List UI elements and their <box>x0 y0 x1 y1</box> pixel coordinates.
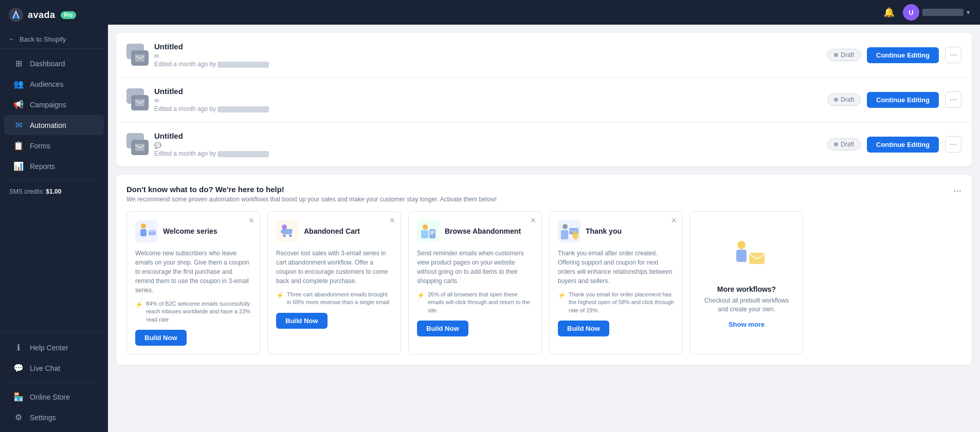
build-now-button-browse[interactable]: Build Now <box>417 321 468 336</box>
workflow-card-browse-abandonment: ✕ Browse Abandonmen <box>408 211 542 354</box>
sidebar-item-reports[interactable]: 📊 Reports <box>4 156 104 176</box>
draft-actions-3: Draft Continue Editing ··· <box>827 136 961 153</box>
svg-point-16 <box>572 231 578 239</box>
build-now-button-welcome[interactable]: Build Now <box>135 330 187 346</box>
sidebar-item-label-online-store: Online Store <box>30 393 70 401</box>
workflows-more-options-button[interactable]: ··· <box>953 185 961 195</box>
bar-chart-icon: 📊 <box>13 161 24 171</box>
abandoned-cart-stat: ⚡ Three cart abandonment emails brought … <box>276 291 392 307</box>
gear-icon: ⚙ <box>13 412 24 422</box>
svg-rect-18 <box>736 250 747 262</box>
abandoned-cart-icon <box>276 220 299 242</box>
sidebar-item-forms[interactable]: 📋 Forms <box>4 136 104 156</box>
svg-rect-19 <box>749 253 765 264</box>
thank-you-stat: ⚡ Thank you email for order placement ha… <box>558 291 674 314</box>
continue-editing-button-3[interactable]: Continue Editing <box>867 137 939 153</box>
abandoned-cart-title: Abandoned Cart <box>304 227 360 235</box>
thank-you-desc: Thank you email after order created. Off… <box>558 249 674 286</box>
draft-info-3: Untitled 💬 Edited a month ago by <box>154 132 820 157</box>
svg-rect-12 <box>429 229 435 238</box>
stat-bolt-icon-1: ⚡ <box>135 300 143 309</box>
workflows-section: Don't know what to do? We're here to hel… <box>116 175 972 365</box>
sidebar-item-label-forms: Forms <box>30 142 50 150</box>
workflow-card-header-welcome: Welcome series <box>135 220 251 242</box>
sidebar-item-automation[interactable]: ✉ Automation <box>4 115 104 135</box>
svg-rect-1 <box>135 54 144 62</box>
back-to-shopify-label: Back to Shopify <box>20 35 66 43</box>
workflow-card-header-cart: Abandoned Cart <box>276 220 392 242</box>
store-icon: 🏪 <box>13 392 24 402</box>
grid-icon: ⊞ <box>13 59 24 68</box>
draft-sub-3: 💬 <box>154 142 820 149</box>
status-label-1: Draft <box>841 51 854 59</box>
workflow-card-thank-you: ✕ Thank you Tha <box>549 211 683 354</box>
sidebar-item-live-chat[interactable]: 💬 Live Chat <box>4 358 104 378</box>
sidebar-item-help-center[interactable]: ℹ Help Center <box>4 337 104 358</box>
info-circle-icon: ℹ <box>13 343 24 352</box>
abandoned-cart-desc: Recover lost sales with 3-email series i… <box>276 249 392 286</box>
close-welcome-series-button[interactable]: ✕ <box>248 217 255 224</box>
back-arrow-icon: ← <box>8 35 15 43</box>
draft-sub-2: ✉ <box>154 98 820 104</box>
workflow-card-header-thankyou: Thank you <box>558 220 674 242</box>
draft-edited-1: Edited a month ago by <box>154 61 820 68</box>
continue-editing-button-1[interactable]: Continue Editing <box>867 47 939 63</box>
sidebar-item-audiences[interactable]: 👥 Audiences <box>4 74 104 94</box>
forms-icon: 📋 <box>13 141 24 151</box>
draft-item-3: Untitled 💬 Edited a month ago by Draft C… <box>116 122 972 166</box>
continue-editing-button-2[interactable]: Continue Editing <box>867 92 939 108</box>
svg-point-13 <box>562 224 568 229</box>
svg-point-4 <box>141 223 146 229</box>
build-now-button-cart[interactable]: Build Now <box>276 313 328 329</box>
sidebar-item-settings[interactable]: ⚙ Settings <box>4 407 104 427</box>
browse-abandonment-title: Browse Abandonment <box>445 227 521 235</box>
close-thank-you-button[interactable]: ✕ <box>671 217 677 224</box>
workflow-cards-container: ✕ Welcome series <box>126 211 961 354</box>
draft-icon-wrap-2 <box>126 89 147 110</box>
sidebar-item-label-dashboard: Dashboard <box>30 60 65 68</box>
browse-abandonment-icon <box>417 220 440 242</box>
sidebar-item-dashboard[interactable]: ⊞ Dashboard <box>4 53 104 73</box>
draft-more-button-1[interactable]: ··· <box>945 47 961 63</box>
build-now-button-thankyou[interactable]: Build Now <box>558 321 609 336</box>
back-to-shopify-link[interactable]: ← Back to Shopify <box>0 30 108 49</box>
workflows-title: Don't know what to do? We're here to hel… <box>126 185 497 194</box>
draft-item-2: Untitled ✉ Edited a month ago by Draft C… <box>116 78 972 122</box>
status-label-3: Draft <box>841 141 854 148</box>
svg-rect-5 <box>140 229 147 236</box>
automation-draft-icon-3 <box>135 144 144 151</box>
status-label-2: Draft <box>841 96 854 103</box>
svg-rect-14 <box>561 230 568 239</box>
sidebar-header: avada Pro <box>0 0 108 30</box>
topbar-right: 🔔 U ▾ <box>883 4 970 21</box>
sidebar-item-label-audiences: Audiences <box>30 80 63 88</box>
megaphone-icon: 📢 <box>13 100 24 109</box>
draft-edited-2: Edited a month ago by <box>154 105 820 112</box>
sidebar-item-online-store[interactable]: 🏪 Online Store <box>4 387 104 407</box>
draft-more-button-2[interactable]: ··· <box>945 91 961 108</box>
sidebar-item-campaigns[interactable]: 📢 Campaigns <box>4 95 104 115</box>
status-badge-3: Draft <box>827 138 861 151</box>
sidebar-logo: avada <box>8 7 56 23</box>
draft-more-button-3[interactable]: ··· <box>945 136 961 153</box>
welcome-series-desc: Welcome new subscribers who leave emails… <box>135 249 251 295</box>
svg-rect-2 <box>135 99 144 106</box>
workflow-card-abandoned-cart: ✕ Abandoned Cart Recover lost sa <box>267 211 401 354</box>
svg-rect-3 <box>135 144 144 151</box>
more-workflows-description: Checkout all prebuilt workflows and crea… <box>699 296 794 314</box>
pro-badge: Pro <box>61 11 77 19</box>
close-abandoned-cart-button[interactable]: ✕ <box>389 217 395 224</box>
draft-sub-1: ✉ <box>154 53 820 60</box>
svg-point-17 <box>737 241 746 249</box>
sms-credits-label: SMS credits: <box>9 188 44 195</box>
sidebar-item-label-live-chat: Live Chat <box>30 364 60 372</box>
workflow-card-welcome-series: ✕ Welcome series <box>126 211 260 354</box>
sidebar-item-label-automation: Automation <box>30 121 66 129</box>
browse-abandonment-desc: Send reminder emails when customers view… <box>417 249 533 286</box>
close-browse-abandonment-button[interactable]: ✕ <box>530 217 536 224</box>
user-dropdown[interactable]: U ▾ <box>903 4 970 21</box>
show-more-link[interactable]: Show more <box>729 321 765 328</box>
notification-bell-icon[interactable]: 🔔 <box>883 7 895 18</box>
workflows-header-text: Don't know what to do? We're here to hel… <box>126 185 497 203</box>
sms-credits: SMS credits: $1.00 <box>0 185 108 200</box>
